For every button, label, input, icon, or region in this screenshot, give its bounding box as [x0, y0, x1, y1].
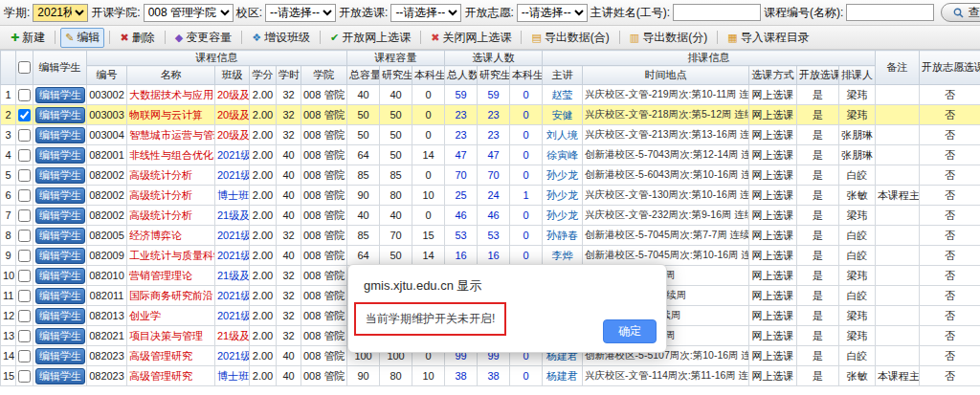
row-checkbox[interactable] — [18, 89, 31, 101]
class-link[interactable]: 21级及 — [215, 206, 250, 226]
edit-students-button[interactable]: 编辑学生 — [35, 187, 85, 204]
course-name-link[interactable]: 智慧城市运营与管理 — [127, 125, 215, 145]
row-checkbox[interactable] — [18, 149, 31, 162]
semester-select[interactable]: 2021秋 — [33, 4, 88, 22]
class-link[interactable]: 2021级 — [215, 145, 250, 165]
search-button[interactable]: 查询 — [941, 3, 980, 22]
enrolled-undergrad-link[interactable]: 1 — [510, 186, 543, 206]
enrolled-total-link[interactable]: 59 — [445, 85, 478, 105]
class-link[interactable]: 博士班 — [215, 186, 250, 206]
course-name-link[interactable]: 高级统计分析 — [127, 206, 215, 226]
course-name-link[interactable]: 工业统计与质量科学 — [127, 246, 215, 266]
edit-students-button[interactable]: 编辑学生 — [35, 268, 85, 284]
enrolled-grad-link[interactable]: 70 — [478, 165, 510, 186]
enrolled-grad-link[interactable]: 46 — [478, 206, 510, 226]
open-course-select[interactable]: --请选择-- — [390, 4, 461, 22]
teacher-link[interactable]: 杨建君 — [543, 366, 583, 386]
alert-ok-button[interactable]: 确定 — [603, 319, 657, 343]
row-checkbox[interactable] — [18, 370, 31, 383]
course-name-link[interactable]: 非线性与组合优化 — [127, 145, 215, 165]
add-class-button[interactable]: ❖增设班级 — [247, 28, 315, 48]
row-checkbox[interactable] — [18, 290, 31, 302]
row-checkbox[interactable] — [18, 250, 31, 262]
edit-students-button[interactable]: 编辑学生 — [35, 127, 85, 143]
row-checkbox[interactable] — [18, 270, 31, 282]
class-link[interactable]: 2021级 — [215, 165, 250, 186]
enrolled-undergrad-link[interactable]: 0 — [510, 105, 543, 125]
enrolled-total-link[interactable]: 38 — [445, 366, 478, 386]
course-name-link[interactable]: 营销管理理论 — [127, 266, 215, 286]
enrolled-undergrad-link[interactable]: 0 — [510, 125, 543, 145]
export-data-split-button[interactable]: ▥导出数据(分) — [625, 28, 712, 48]
edit-students-button[interactable]: 编辑学生 — [35, 348, 85, 364]
course-code-input[interactable] — [846, 4, 934, 21]
select-all-checkbox[interactable] — [18, 61, 31, 74]
row-checkbox[interactable] — [18, 310, 31, 322]
course-name-link[interactable]: 高级管理研究 — [127, 346, 215, 366]
enrolled-total-link[interactable]: 46 — [445, 206, 478, 226]
enrolled-undergrad-link[interactable]: 0 — [510, 206, 543, 226]
edit-students-button[interactable]: 编辑学生 — [35, 368, 85, 384]
course-name-link[interactable]: 创业学 — [127, 306, 215, 326]
class-link[interactable]: 2021级 — [215, 226, 250, 246]
enrolled-grad-link[interactable]: 23 — [478, 125, 510, 145]
course-name-link[interactable]: 项目决策与管理 — [127, 326, 215, 346]
course-name-link[interactable]: 大数据技术与应用 — [127, 85, 215, 105]
enrolled-undergrad-link[interactable]: 0 — [510, 85, 543, 105]
import-course-catalog-button[interactable]: ▦导入课程目录 — [723, 28, 813, 48]
enrolled-grad-link[interactable]: 23 — [478, 105, 510, 125]
campus-select[interactable]: --请选择-- — [265, 4, 336, 22]
class-link[interactable]: 2021级 — [215, 346, 250, 366]
enrolled-total-link[interactable]: 23 — [445, 105, 478, 125]
edit-students-button[interactable]: 编辑学生 — [35, 208, 85, 224]
row-checkbox[interactable] — [18, 169, 31, 182]
enrolled-grad-link[interactable]: 38 — [478, 366, 510, 386]
edit-students-button[interactable]: 编辑学生 — [35, 167, 85, 184]
edit-students-button[interactable]: 编辑学生 — [35, 228, 85, 244]
edit-students-button[interactable]: 编辑学生 — [35, 308, 85, 324]
enrolled-grad-link[interactable]: 47 — [478, 145, 510, 165]
enrolled-grad-link[interactable]: 24 — [478, 186, 510, 206]
class-link[interactable]: 21级及 — [215, 326, 250, 346]
enrolled-grad-link[interactable]: 16 — [478, 246, 510, 266]
enrolled-grad-link[interactable]: 53 — [478, 226, 510, 246]
teacher-link[interactable]: 刘人境 — [543, 125, 583, 145]
teacher-link[interactable]: 孙少龙 — [543, 206, 583, 226]
enrolled-total-link[interactable]: 23 — [445, 125, 478, 145]
teacher-link[interactable]: 李烨 — [543, 246, 583, 266]
class-link[interactable]: 2021级 — [215, 246, 250, 266]
teacher-link[interactable]: 孙少龙 — [543, 186, 583, 206]
edit-students-button[interactable]: 编辑学生 — [35, 87, 85, 103]
class-link[interactable]: 20级及 — [215, 105, 250, 125]
enrolled-undergrad-link[interactable]: 0 — [510, 226, 543, 246]
course-name-link[interactable]: 国际商务研究前沿 — [127, 286, 215, 306]
enrolled-grad-link[interactable]: 59 — [478, 85, 510, 105]
teacher-link[interactable]: 赵莹 — [543, 85, 583, 105]
college-select[interactable]: 008 管理学院 — [144, 4, 234, 22]
change-capacity-button[interactable]: ◆变更容量 — [170, 28, 236, 48]
edit-students-button[interactable]: 编辑学生 — [35, 147, 85, 164]
enrolled-undergrad-link[interactable]: 0 — [510, 145, 543, 165]
row-checkbox[interactable] — [18, 189, 31, 202]
export-data-combined-button[interactable]: ▤导出数据(合) — [526, 28, 613, 48]
enrolled-undergrad-link[interactable]: 0 — [510, 246, 543, 266]
edit-students-button[interactable]: 编辑学生 — [35, 288, 85, 304]
class-link[interactable]: 21级及 — [215, 266, 250, 286]
class-link[interactable]: 20级及 — [215, 125, 250, 145]
row-checkbox[interactable] — [18, 209, 31, 222]
class-link[interactable]: 博士班 — [215, 366, 250, 386]
open-volunteer-select[interactable]: --请选择-- — [517, 4, 588, 22]
teacher-link[interactable]: 孙静春 — [543, 226, 583, 246]
row-checkbox[interactable] — [18, 109, 31, 121]
edit-students-button[interactable]: 编辑学生 — [35, 248, 85, 264]
teacher-name-input[interactable] — [673, 4, 761, 21]
enrolled-total-link[interactable]: 16 — [445, 246, 478, 266]
delete-button[interactable]: ✖删除 — [115, 28, 159, 48]
teacher-link[interactable]: 徐寅峰 — [543, 145, 583, 165]
row-checkbox[interactable] — [18, 330, 31, 342]
enrolled-total-link[interactable]: 53 — [445, 226, 478, 246]
course-name-link[interactable]: 高级统计分析 — [127, 165, 215, 186]
teacher-link[interactable]: 安健 — [543, 105, 583, 125]
row-checkbox[interactable] — [18, 129, 31, 142]
edit-students-button[interactable]: 编辑学生 — [35, 328, 85, 344]
